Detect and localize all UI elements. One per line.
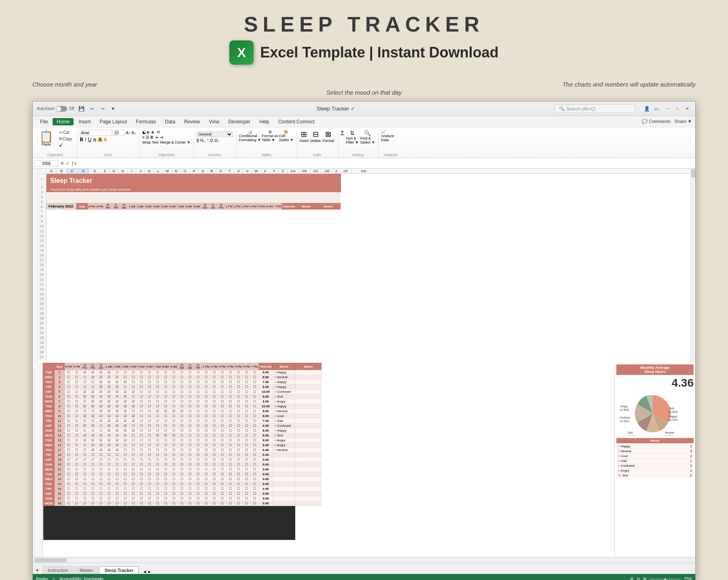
number-format-select[interactable]: General [197,131,233,137]
italic-button[interactable]: I [85,137,86,142]
label-angry-pct: 12.50% [620,409,629,411]
analyze-icon: 📈 [381,130,385,134]
delete-cells-button[interactable]: ⊟Delete [310,130,321,143]
dec-dec-button[interactable]: .0↓ [214,138,220,143]
insert-cells-button[interactable]: ⊞Insert [300,130,309,143]
indent-dec-button[interactable]: ⇤ [156,135,159,140]
align-right-button[interactable]: ≣ [150,135,153,140]
close-button[interactable]: ✕ [683,105,691,113]
zoom-slider[interactable]: ─────●───── [650,577,681,580]
redo-icon[interactable]: ↪ [99,105,107,113]
formula-cancel-icon[interactable]: ✕ [60,161,64,166]
undo-icon[interactable]: ↩ [88,105,96,113]
add-sheet-button[interactable]: ＋ [34,567,40,574]
menu-formulas[interactable]: Formulas [132,118,160,125]
format-cells-button[interactable]: ⊠Format [322,130,334,143]
conditional-formatting-button[interactable]: 📊ConditionalFormatting ▼ [239,130,261,142]
data-row-15: WED16☐☐☐☑☑☑☑☐☐☐☐☐☐☐☐☐☐☐☐☐☐☐☐☐6.00○ Angry [43,443,322,448]
percent-button[interactable]: % [200,138,204,143]
menu-page-layout[interactable]: Page Layout [95,118,131,125]
tab-master[interactable]: Master [74,566,99,574]
menu-data[interactable]: Data [161,118,179,125]
align-top-right-button[interactable]: ⬗ [151,130,154,134]
menu-help[interactable]: Help [255,118,273,125]
ribbon-icon[interactable]: ▭ [652,105,660,113]
align-center-button[interactable]: ☰ [146,135,149,140]
sum-button[interactable]: Σ [341,130,345,144]
ribbon-styles-group: 📊ConditionalFormatting ▼ ⊞Format asTable… [237,129,297,158]
tab-right-button[interactable]: ► [148,569,152,574]
analyze-data-button[interactable]: 📈AnalyzeData [381,130,394,142]
menu-developer[interactable]: Developer [224,118,254,125]
tab-sleep-tracker[interactable]: Sleep Tracker [99,566,139,574]
data-row-18: SAT19☐☐☐☐☐☐☐☐☐☐☐☐☐☐☐☐☐☐☐☐☐☐☐☐0.00 [43,457,322,462]
menu-file[interactable]: File [36,118,52,125]
find-select-button[interactable]: 🔍Find &Select ▼ [360,130,375,144]
cell-reference-input[interactable] [34,160,59,167]
scroll-thumb-v[interactable] [691,169,695,178]
sort-filter-button[interactable]: ⇅Sort &Filter ▼ [346,130,358,144]
merge-center-button[interactable]: Merge & Center ▼ [160,140,190,144]
comma-button[interactable]: , [205,138,206,143]
format-as-table-button[interactable]: ⊞Format asTable ▼ [262,130,278,142]
align-top-left-button[interactable]: ⬕ [142,130,146,134]
profile-icon[interactable]: 👤 [643,105,651,113]
align-left-button[interactable]: ≡ [142,135,145,140]
label-angry: Angry [620,405,628,408]
cut-button[interactable]: ✂ Cut [57,130,74,135]
save-icon[interactable]: 💾 [78,105,86,113]
row-num-8: 8 [38,214,46,219]
menu-home[interactable]: Home [53,118,74,125]
formula-input[interactable] [78,161,694,166]
menu-content-connect[interactable]: Content Connect [274,118,319,125]
font-size-down[interactable]: A↓ [131,131,136,135]
status-right: ⊞ ⊟ ⊠ ─────●───── 75% [630,577,692,580]
col-g: G [110,169,119,174]
format-painter-button[interactable]: 🖌 [57,142,74,148]
customize-icon[interactable]: ▼ [109,105,117,113]
search-bar[interactable]: 🔍 Search (Alt+Q) [554,104,635,113]
fill-color-button[interactable]: A [98,138,102,142]
font-size-input[interactable]: 10 [113,130,125,136]
vertical-scrollbar[interactable] [690,169,695,363]
sheet-tabs-bar: ＋ Instruction Master Sleep Tracker ◄ ► [33,563,695,574]
page-break-view-button[interactable]: ⊠ [643,577,646,580]
horizontal-scrollbar[interactable] [33,557,695,563]
menu-insert[interactable]: Insert [74,118,95,125]
tab-instruction[interactable]: Instruction [42,566,74,574]
formula-confirm-icon[interactable]: ✓ [66,161,70,166]
normal-view-button[interactable]: ⊞ [630,577,633,580]
tab-left-button[interactable]: ◄ [143,569,147,574]
paste-button[interactable]: 📋 Paste [36,130,57,147]
dec-inc-button[interactable]: ⁺.0 [207,138,213,143]
menu-review[interactable]: Review [180,118,204,125]
data-table[interactable]: Sleep Tracker Track your sleep daily and… [47,174,341,210]
align-top-center-button[interactable]: ⬖ [147,130,150,134]
indent-inc-button[interactable]: ⇥ [160,135,163,140]
minimize-button[interactable]: ─ [664,105,672,113]
insert-function-icon[interactable]: ƒx [72,161,77,166]
borders-button[interactable]: ⊞ [93,138,96,142]
copy-button[interactable]: ⧉ Copy [57,136,74,142]
col-c: C [67,169,78,174]
bold-button[interactable]: B [80,137,83,142]
currency-button[interactable]: $ [197,138,199,143]
share-button[interactable]: Share ▼ [675,119,692,124]
comments-button[interactable]: 💬 Comments [642,119,670,124]
col-s: S [216,169,225,174]
font-color-button[interactable]: A [104,138,107,142]
page-layout-view-button[interactable]: ⊟ [637,577,640,580]
font-size-up[interactable]: A↑ [126,131,131,135]
wrap-text-button[interactable]: Wrap Text [142,140,159,144]
cell-styles-icon: 🎨 [284,130,288,134]
font-family-input[interactable]: Arial [80,130,112,136]
cell-styles-button[interactable]: 🎨CellStyles ▼ [279,130,294,142]
data-row-17: FRI18☐☐☐☐☐☐☐☐☐☐☐☐☐☐☐☐☐☐☐☐☐☐☐☐0.00 [43,453,322,457]
autosave-toggle[interactable] [56,106,67,112]
underline-button[interactable]: U [88,137,91,142]
orientation-button[interactable]: ⟲ [157,130,160,134]
data-row-10: FRI11☐☐☐☐☑☑☑☑☑☐☐☐☐☐☐☐☐☐☐☐☐☐☐☐7.00○ Sad [43,419,322,423]
scroll-thumb-h[interactable] [34,558,67,562]
menu-view[interactable]: View [205,118,224,125]
maximize-button[interactable]: □ [673,105,681,113]
